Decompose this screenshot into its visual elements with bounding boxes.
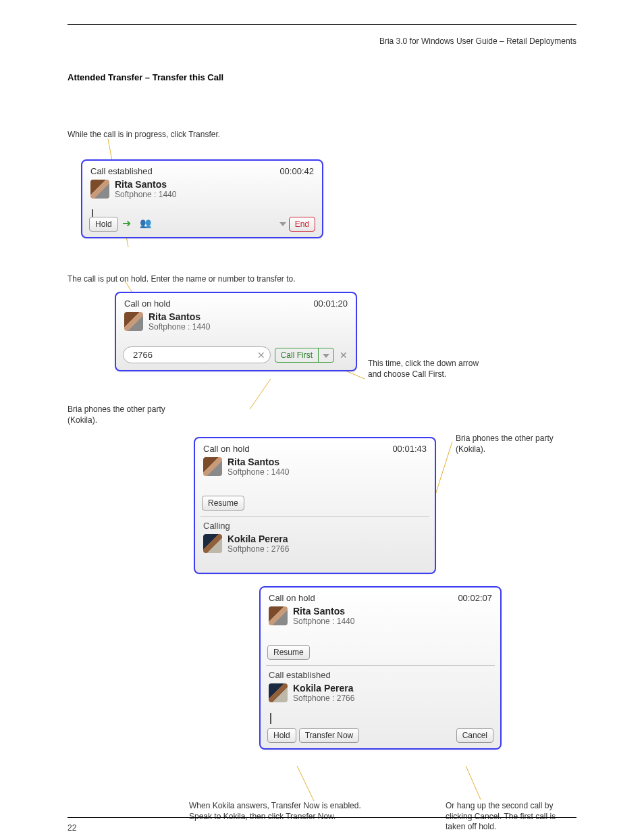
section-heading: Attended Transfer – Transfer this Call bbox=[68, 72, 644, 82]
timer-label: 00:02:07 bbox=[458, 593, 492, 603]
annotation-click-transfer: While the call is in progress, click Tra… bbox=[68, 130, 220, 140]
footer-rule bbox=[68, 817, 576, 818]
annotation-line: Or hang up the second call by bbox=[446, 801, 556, 812]
call-panel-transfer-now: Call on hold 00:02:07 Rita Santos Softph… bbox=[259, 586, 502, 750]
clear-input-icon[interactable]: ✕ bbox=[257, 350, 265, 361]
timer-label: 00:01:20 bbox=[313, 298, 348, 309]
contact-subtitle: Softphone : 1440 bbox=[227, 467, 289, 477]
contact-subtitle: Softphone : 2766 bbox=[227, 544, 289, 554]
top-rule bbox=[68, 24, 576, 25]
transfer-icon[interactable] bbox=[121, 218, 136, 230]
annotation-line: Bria phones the other party bbox=[456, 434, 554, 444]
dial-input[interactable] bbox=[123, 346, 271, 363]
chevron-down-icon[interactable] bbox=[279, 222, 286, 226]
page-number: 22 bbox=[68, 823, 76, 833]
status-label: Call on hold bbox=[124, 298, 171, 309]
call-panel-established: Call established 00:00:42 Rita Santos So… bbox=[81, 159, 323, 238]
cancel-button[interactable]: Cancel bbox=[456, 728, 493, 743]
timer-label: 00:00:42 bbox=[279, 166, 314, 176]
annotation-bria-phones: Bria phones the other party (Kokila). bbox=[68, 405, 165, 425]
call-panel-calling: Call on hold 00:01:43 Rita Santos Softph… bbox=[194, 437, 436, 574]
annotation-line: Bria phones the other party bbox=[68, 405, 165, 415]
status-label: Call on hold bbox=[269, 593, 315, 603]
avatar bbox=[90, 180, 109, 199]
secondary-status: Call established bbox=[261, 666, 500, 680]
call-panel-on-hold-dial: Call on hold 00:01:20 Rita Santos Softph… bbox=[115, 292, 357, 371]
annotation-transfer-now: When Kokila answers, Transfer Now is ena… bbox=[189, 801, 361, 822]
chevron-down-icon[interactable] bbox=[323, 354, 329, 358]
call-first-button[interactable]: Call First bbox=[275, 348, 334, 363]
avatar bbox=[269, 683, 288, 702]
svg-line-6 bbox=[466, 766, 481, 800]
contact-name: Rita Santos bbox=[227, 457, 289, 467]
annotation-enter-number: The call is put on hold. Enter the name … bbox=[68, 274, 296, 285]
hold-button[interactable]: Hold bbox=[267, 728, 296, 743]
contact-name: Kokila Perera bbox=[293, 683, 354, 694]
header-text: Bria 3.0 for Windows User Guide – Retail… bbox=[379, 36, 576, 46]
contact-subtitle: Softphone : 1440 bbox=[115, 190, 176, 199]
contact-subtitle: Softphone : 1440 bbox=[293, 617, 354, 626]
transfer-now-button[interactable]: Transfer Now bbox=[299, 728, 360, 743]
contact-name: Rita Santos bbox=[149, 311, 210, 322]
annotation-line: and choose Call First. bbox=[368, 369, 479, 380]
end-button[interactable]: End bbox=[289, 217, 315, 232]
contact-subtitle: Softphone : 1440 bbox=[149, 322, 210, 332]
avatar bbox=[203, 534, 222, 553]
call-first-label: Call First bbox=[275, 348, 319, 362]
avatar bbox=[124, 312, 143, 331]
avatar bbox=[269, 606, 288, 625]
annotation-line: When Kokila answers, Transfer Now is ena… bbox=[189, 801, 361, 812]
caret-icon bbox=[270, 713, 271, 724]
annotation-phone-party: Bria phones the other party (Kokila). bbox=[456, 434, 554, 454]
resume-button[interactable]: Resume bbox=[202, 496, 244, 511]
status-label: Call established bbox=[90, 166, 153, 176]
contact-name: Rita Santos bbox=[293, 606, 354, 617]
resume-button[interactable]: Resume bbox=[267, 645, 310, 660]
cancel-transfer-icon[interactable]: ✕ bbox=[338, 350, 349, 361]
annotation-call-first: This time, click the down arrow and choo… bbox=[368, 359, 479, 380]
annotation-line: This time, click the down arrow bbox=[368, 359, 479, 369]
svg-line-3 bbox=[250, 379, 271, 409]
avatar bbox=[203, 457, 222, 476]
timer-label: 00:01:43 bbox=[392, 444, 427, 454]
annotation-line: (Kokila). bbox=[68, 415, 165, 426]
hold-button[interactable]: Hold bbox=[89, 217, 118, 232]
svg-line-5 bbox=[297, 766, 314, 801]
contact-subtitle: Softphone : 2766 bbox=[293, 694, 354, 703]
secondary-status: Calling bbox=[195, 517, 435, 531]
conference-icon[interactable] bbox=[138, 218, 153, 230]
contact-name: Kokila Perera bbox=[227, 533, 289, 544]
status-label: Call on hold bbox=[203, 444, 250, 454]
contact-name: Rita Santos bbox=[115, 179, 176, 190]
annotation-line: (Kokila). bbox=[456, 444, 554, 455]
